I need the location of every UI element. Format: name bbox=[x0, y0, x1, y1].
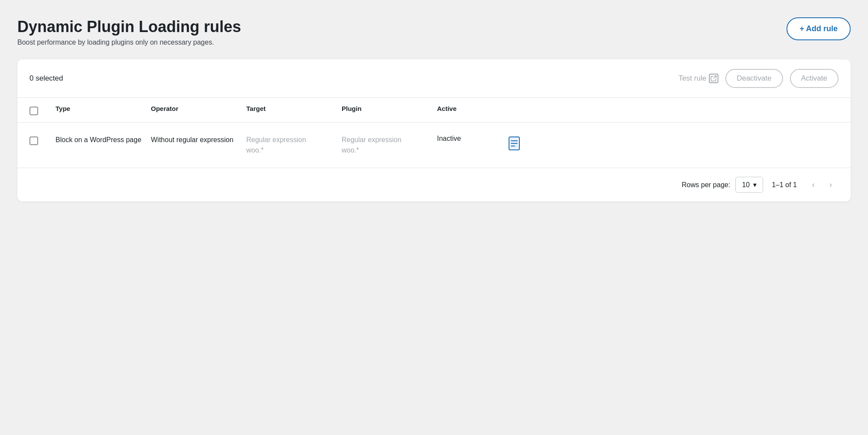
col-target: Target bbox=[246, 105, 342, 115]
dropdown-chevron-icon: ▾ bbox=[753, 181, 757, 189]
selected-count: 0 selected bbox=[29, 74, 679, 83]
rows-per-page-select[interactable]: 10 ▾ bbox=[735, 177, 763, 193]
col-type: Type bbox=[55, 105, 151, 115]
test-rule-label: Test rule bbox=[679, 74, 706, 83]
rows-per-page-value: 10 bbox=[742, 181, 750, 189]
row-checkbox-cell bbox=[29, 135, 55, 145]
add-rule-button[interactable]: + Add rule bbox=[786, 17, 851, 40]
rows-per-page: Rows per page: 10 ▾ bbox=[682, 177, 763, 193]
page-subtitle: Boost performance by loading plugins onl… bbox=[17, 39, 241, 46]
pagination-info: 1–1 of 1 bbox=[772, 181, 797, 189]
row-type: Block on a WordPress page bbox=[55, 135, 151, 145]
test-rule-link[interactable]: Test rule bbox=[679, 74, 718, 83]
toolbar-actions: Test rule Deactivate Activate bbox=[679, 69, 839, 88]
row-operator: Without regular expression bbox=[151, 135, 246, 145]
col-actions bbox=[506, 105, 541, 115]
row-checkbox[interactable] bbox=[29, 136, 38, 145]
row-plugin: Regular expression woo.* bbox=[342, 135, 437, 156]
table-header: Type Operator Target Plugin Active bbox=[17, 98, 851, 123]
col-checkbox bbox=[29, 105, 55, 115]
page-title: Dynamic Plugin Loading rules bbox=[17, 17, 241, 36]
col-plugin: Plugin bbox=[342, 105, 437, 115]
next-page-button[interactable]: › bbox=[823, 177, 839, 193]
prev-page-button[interactable]: ‹ bbox=[806, 177, 821, 193]
external-link-icon bbox=[709, 74, 718, 83]
row-target: Regular expression woo.* bbox=[246, 135, 342, 156]
main-card: 0 selected Test rule Deactivate Activate… bbox=[17, 59, 851, 201]
activate-button[interactable]: Activate bbox=[790, 69, 839, 88]
pagination-nav: ‹ › bbox=[806, 177, 839, 193]
deactivate-button[interactable]: Deactivate bbox=[725, 69, 783, 88]
col-operator: Operator bbox=[151, 105, 246, 115]
page-header: Dynamic Plugin Loading rules Boost perfo… bbox=[17, 17, 851, 46]
select-all-checkbox[interactable] bbox=[29, 107, 38, 115]
rows-per-page-label: Rows per page: bbox=[682, 181, 730, 189]
row-active: Inactive bbox=[437, 135, 506, 143]
header-left: Dynamic Plugin Loading rules Boost perfo… bbox=[17, 17, 241, 46]
table-footer: Rows per page: 10 ▾ 1–1 of 1 ‹ › bbox=[17, 168, 851, 201]
col-active: Active bbox=[437, 105, 506, 115]
toolbar: 0 selected Test rule Deactivate Activate bbox=[17, 59, 851, 98]
table-row: Block on a WordPress page Without regula… bbox=[17, 123, 851, 168]
row-actions[interactable] bbox=[506, 135, 522, 152]
